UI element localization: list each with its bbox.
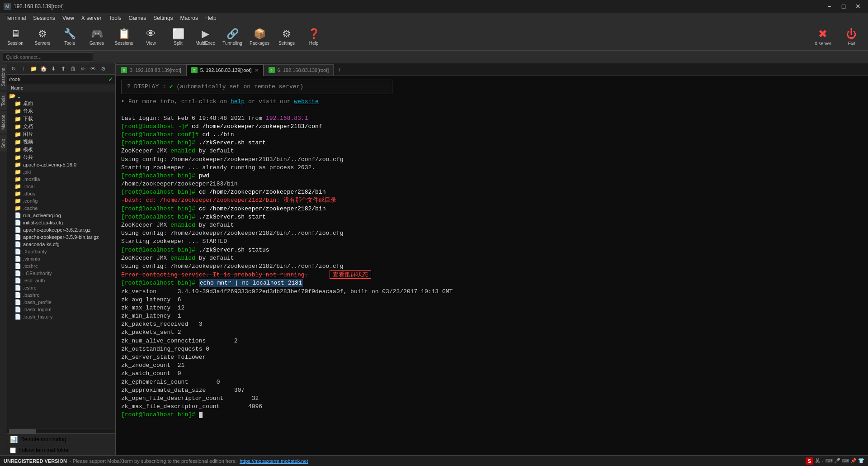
list-item[interactable]: 📁.dbus [7, 190, 115, 197]
servers-button[interactable]: ⚙ Servers [31, 26, 54, 48]
tab-5-close[interactable]: ✕ [255, 67, 259, 73]
list-item[interactable]: 📄apache-zookeeper-3.6.2.tar.gz [7, 226, 115, 233]
tunneling-button[interactable]: 🔗 Tunneling [221, 26, 244, 48]
file-refresh-button[interactable]: ↻ [9, 64, 18, 73]
list-item[interactable]: 📄.cshrc [7, 284, 115, 291]
file-delete-button[interactable]: 🗑 [69, 64, 78, 73]
list-item[interactable]: 📄.bash_logout [7, 306, 115, 313]
list-item[interactable]: 📁桌面 [7, 100, 115, 107]
remote-monitoring-button[interactable]: 📊 Remote monitoring [7, 433, 115, 445]
tab-6[interactable]: 6 6. 192.168.83.139[root] [264, 64, 334, 76]
menu-xserver[interactable]: X server [78, 14, 105, 22]
help-button[interactable]: ❓ Help [302, 26, 326, 48]
multiexec-button[interactable]: ▶ MultiExec [193, 26, 217, 48]
list-item[interactable]: 📁.pki [7, 168, 115, 176]
tools-button[interactable]: 🔧 Tools [58, 26, 81, 48]
close-button[interactable]: ✕ [852, 0, 864, 13]
list-item[interactable]: 📄.ICEauthority [7, 270, 115, 277]
xserver-button[interactable]: ✖ X server [810, 26, 835, 48]
list-item[interactable]: 📁.mozilla [7, 176, 115, 183]
file-new-folder-button[interactable]: 📁 [29, 64, 38, 73]
follow-terminal-checkbox[interactable] [10, 447, 16, 453]
terminal-content[interactable]: ? DISPLAY : ✔ (automatically set on remo… [116, 76, 868, 455]
main-layout: Sessions Tools Macros Snip ↻ ↑ 📁 🏠 ⬇ ⬆ 🗑… [0, 63, 868, 455]
folder-icon: 📁 [14, 154, 21, 161]
quick-connect-input[interactable] [3, 52, 93, 62]
games-button[interactable]: 🎮 Games [85, 26, 108, 48]
prompt-8: [root@localhost bin]# [121, 247, 199, 253]
folder-icon: 📁 [14, 116, 21, 122]
list-item[interactable]: 📄.bash_profile [7, 299, 115, 306]
list-item[interactable]: 📁.cache [7, 204, 115, 212]
menu-sessions[interactable]: Sessions [29, 14, 59, 22]
hidden-folder-icon: 📁 [14, 205, 21, 211]
file-up-button[interactable]: ↑ [19, 64, 28, 73]
file-rename-button[interactable]: ✏ [79, 64, 88, 73]
tab-3[interactable]: 3 3. 192.168.83.139[root] [116, 64, 186, 76]
menu-view[interactable]: View [59, 14, 78, 22]
file-horizontal-scrollbar[interactable] [7, 428, 115, 433]
list-item[interactable]: 📄.esd_auth [7, 277, 115, 284]
list-item[interactable]: 📁图片 [7, 130, 115, 138]
file-download-button[interactable]: ⬇ [49, 64, 58, 73]
settings-button[interactable]: ⚙ Settings [275, 26, 298, 48]
list-item[interactable]: 📄.bashrc [7, 291, 115, 299]
file-path-input[interactable] [9, 76, 108, 82]
tab-5-icon: 5 [191, 67, 198, 73]
right-toolbar: ✖ X server ⏻ Exit [810, 26, 864, 48]
list-item[interactable]: 📁音乐 [7, 107, 115, 115]
sessions-side-tab[interactable]: Sessions [0, 64, 7, 90]
list-item[interactable]: 📁公共 [7, 153, 115, 161]
list-item[interactable]: 📁文档 [7, 123, 115, 130]
list-item[interactable]: 📄apache-zookeeper-3.5.9-bin.tar.gz [7, 233, 115, 241]
list-item[interactable]: 📁模板 [7, 146, 115, 153]
split-button[interactable]: ⬜ Split [166, 26, 190, 48]
list-item[interactable]: 📁下载 [7, 115, 115, 123]
list-item[interactable]: 📁.config [7, 197, 115, 204]
title-bar: M 192.168.83.139[root] − □ ✕ [0, 0, 868, 13]
tab-5[interactable]: 5 5. 192.168.83.139[root] ✕ [186, 64, 264, 76]
status-link[interactable]: https://mobaxterm.mobatek.net [240, 458, 308, 464]
file-tree[interactable]: 📂.. 📁桌面 📁音乐 📁下载 📁文档 📁图片 📁视频 📁模板 📁公共 📁apa… [7, 92, 115, 428]
menu-games[interactable]: Games [125, 14, 150, 22]
hidden-file-icon: 📄 [14, 292, 21, 298]
file-path-ok-button[interactable]: ✓ [108, 76, 113, 83]
list-item[interactable]: 📄.Xauthority [7, 248, 115, 255]
menu-macros[interactable]: Macros [177, 14, 202, 22]
file-upload-button[interactable]: ⬆ [59, 64, 68, 73]
list-item[interactable]: 📄run_activemq.log [7, 212, 115, 219]
file-hidden-toggle-button[interactable]: 👁 [89, 64, 98, 73]
file-home-button[interactable]: 🏠 [39, 64, 48, 73]
menu-tools[interactable]: Tools [105, 14, 125, 22]
list-item[interactable]: 📄.bash_history [7, 313, 115, 320]
list-item[interactable]: 📁视频 [7, 138, 115, 146]
maximize-button[interactable]: □ [837, 0, 850, 13]
file-scrollbar-thumb[interactable] [9, 429, 36, 433]
follow-terminal-label: Follow terminal folder [19, 447, 70, 453]
minimize-button[interactable]: − [823, 0, 835, 13]
hidden-folder-icon: 📁 [14, 190, 21, 197]
toolbar: 🖥 Session ⚙ Servers 🔧 Tools 🎮 Games 📋 Se… [0, 24, 868, 51]
new-tab-button[interactable]: + [334, 64, 344, 76]
macros-side-tab[interactable]: Macros [0, 111, 7, 133]
sessions-icon: 📋 [118, 28, 130, 40]
file-settings-button[interactable]: ⚙ [99, 64, 108, 73]
menu-settings[interactable]: Settings [150, 14, 176, 22]
list-item[interactable]: 📄initial-setup-ks.cfg [7, 219, 115, 226]
list-item[interactable]: 📁apache-activemq-5.16.0 [7, 161, 115, 168]
exit-button[interactable]: ⏻ Exit [839, 26, 864, 48]
packages-button[interactable]: 📦 Packages [248, 26, 271, 48]
session-button[interactable]: 🖥 Session [4, 26, 27, 48]
list-item[interactable]: 📁.local [7, 183, 115, 190]
tools-side-tab[interactable]: Tools [0, 92, 7, 109]
list-item[interactable]: 📄.tcshrc [7, 262, 115, 270]
list-item[interactable]: 📂.. [7, 92, 115, 100]
list-item[interactable]: 📄anaconda-ks.cfg [7, 241, 115, 248]
snip-side-tab[interactable]: Snip [0, 135, 7, 152]
view-button[interactable]: 👁 View [139, 26, 163, 48]
list-item[interactable]: 📄.viminfo [7, 255, 115, 262]
menu-terminal[interactable]: Terminal [2, 14, 29, 22]
sessions-button[interactable]: 📋 Sessions [112, 26, 136, 48]
menu-help[interactable]: Help [202, 14, 220, 22]
quick-connect-bar [0, 51, 868, 63]
